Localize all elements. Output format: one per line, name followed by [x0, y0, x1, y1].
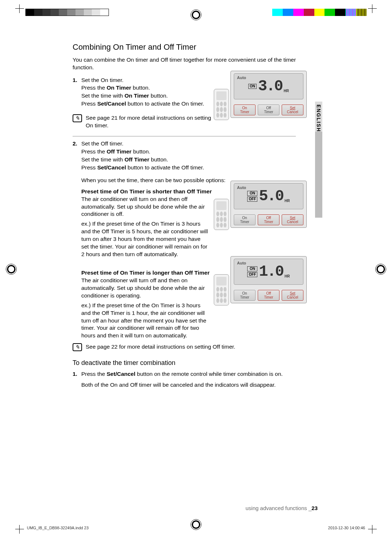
language-tab: ENGLISH [315, 102, 322, 218]
auto-label: Auto [237, 260, 246, 266]
on-timer-button[interactable]: OnTimer [234, 290, 256, 301]
step-title: Set the On timer. [81, 77, 212, 84]
remote-icon [214, 199, 229, 230]
auto-label: Auto [237, 75, 246, 81]
device-illustration-1: Auto ON 3.0 HR OnTimer OffTimer SetCance… [216, 71, 307, 118]
on-timer-button[interactable]: OnTimer [234, 214, 256, 225]
step-2: 2. Set the Off timer. Press the Off Time… [73, 140, 305, 172]
step-number: 1. [73, 370, 81, 378]
separator-line [73, 136, 296, 136]
footer-text: using advanced functions _ [246, 505, 312, 511]
registration-mark-icon [375, 264, 386, 275]
off-indicator: OFF [247, 272, 257, 277]
registration-mark-icon [191, 519, 201, 530]
language-label: ENGLISH [315, 102, 322, 132]
timer-value: 5.0 [259, 186, 283, 207]
instruction-line: Press the On Timer button. [81, 84, 212, 92]
device-screen: Auto ONOFF 5.0 HR [234, 183, 303, 209]
remote-icon [214, 89, 229, 120]
option-long-body: The air conditioner will turn off and th… [81, 277, 208, 340]
off-indicator: OFF [247, 197, 257, 202]
intro-text: You can combine the On timer and Off tim… [73, 56, 305, 71]
device-illustration-2: Auto ONOFF 5.0 HR OnTimer OffTimer SetCa… [216, 181, 307, 228]
on-timer-button[interactable]: OnTimer [234, 104, 256, 115]
page-heading: Combining On Timer and Off Timer [73, 42, 305, 53]
note-box: ✎ See page 22 for more detail instructio… [73, 343, 305, 351]
note-icon: ✎ [73, 343, 82, 351]
auto-label: Auto [237, 185, 246, 190]
set-cancel-button[interactable]: SetCancel [282, 290, 303, 301]
registration-mark-icon [6, 264, 17, 275]
hr-label: HR [285, 198, 290, 204]
note-icon: ✎ [73, 114, 82, 122]
instruction-line: Set the time with Off Timer button. [81, 156, 212, 164]
step-number: 2. [73, 140, 81, 148]
device-illustration-3: Auto ONOFF 1.0 HR OnTimer OffTimer SetCa… [216, 256, 307, 303]
deactivate-heading: To deactivate the timer combination [73, 358, 305, 367]
device-screen: Auto ONOFF 1.0 HR [234, 259, 303, 285]
step-number: 1. [73, 77, 81, 84]
on-indicator: ON [247, 191, 257, 196]
print-slug-left: UMG_IB_E_DB98-32249A.indd 23 [27, 525, 89, 531]
deactivate-step: 1. Press the Set/Cancel button on the re… [73, 370, 305, 389]
options-intro: When you set the time, there can be two … [81, 177, 234, 184]
instruction-line: Press Set/Cancel button to activate the … [81, 164, 212, 172]
hr-label: HR [285, 274, 290, 279]
instruction-line: Press the Set/Cancel button on the remot… [81, 370, 299, 378]
timer-value: 1.0 [259, 262, 283, 282]
on-indicator: ON [247, 266, 257, 271]
set-cancel-button[interactable]: SetCancel [282, 104, 303, 115]
page-number: 23 [311, 505, 318, 511]
step-title: Set the Off timer. [81, 140, 212, 148]
set-cancel-button[interactable]: SetCancel [282, 214, 303, 225]
registration-mark-icon [191, 9, 201, 20]
page-footer: using advanced functions _23 [246, 505, 318, 512]
crop-mark-icon [368, 4, 377, 13]
remote-icon [214, 274, 229, 305]
on-indicator: ON [248, 84, 257, 89]
crop-mark-icon [15, 525, 24, 534]
off-timer-button[interactable]: OffTimer [258, 214, 279, 225]
instruction-line: Press the Off Timer button. [81, 148, 212, 156]
crop-mark-icon [15, 4, 24, 13]
off-timer-button[interactable]: OffTimer [258, 290, 279, 301]
option-short-body: The air conditioner will turn on and the… [81, 196, 208, 258]
note-text: See page 22 for more detail instructions… [86, 343, 253, 351]
print-slug-right: 2010-12-30 14:00:46 [328, 525, 365, 531]
instruction-line: Press Set/Cancel button to activate the … [81, 100, 212, 108]
instruction-line: Both of the On and Off timer will be can… [81, 381, 299, 389]
note-text: See page 21 for more detail instructions… [86, 114, 213, 130]
crop-mark-icon [368, 525, 377, 534]
hr-label: HR [284, 89, 289, 94]
device-screen: Auto ON 3.0 HR [234, 73, 303, 99]
off-timer-button[interactable]: OffTimer [258, 104, 279, 115]
timer-value: 3.0 [258, 76, 282, 97]
instruction-line: Set the time with On Timer button. [81, 92, 212, 100]
